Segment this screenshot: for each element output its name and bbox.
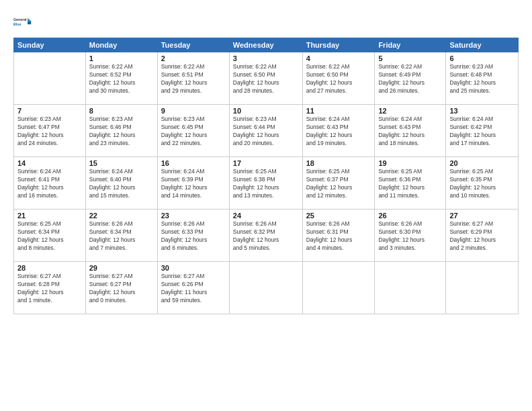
- day-number: 28: [17, 264, 82, 272]
- day-info: Sunrise: 6:23 AMSunset: 6:46 PMDaylight:…: [89, 116, 154, 148]
- day-info: Sunrise: 6:24 AMSunset: 6:40 PMDaylight:…: [89, 168, 154, 200]
- calendar-cell: [375, 262, 446, 314]
- weekday-header: Tuesday: [157, 38, 229, 52]
- calendar-cell: [229, 262, 302, 314]
- day-number: 9: [161, 107, 226, 115]
- day-number: 1: [89, 54, 154, 62]
- day-number: 13: [449, 107, 515, 115]
- calendar-cell: 17Sunrise: 6:25 AMSunset: 6:38 PMDayligh…: [229, 157, 302, 210]
- calendar-cell: 7Sunrise: 6:23 AMSunset: 6:47 PMDaylight…: [14, 105, 86, 157]
- day-number: 2: [161, 54, 226, 62]
- calendar-cell: 15Sunrise: 6:24 AMSunset: 6:40 PMDayligh…: [85, 157, 157, 210]
- day-info: Sunrise: 6:24 AMSunset: 6:43 PMDaylight:…: [306, 116, 371, 148]
- weekday-header: Thursday: [302, 38, 375, 52]
- day-number: 29: [89, 264, 154, 272]
- calendar-cell: 19Sunrise: 6:25 AMSunset: 6:36 PMDayligh…: [375, 157, 446, 210]
- calendar-cell: [14, 52, 86, 105]
- calendar-cell: 8Sunrise: 6:23 AMSunset: 6:46 PMDaylight…: [85, 105, 157, 157]
- calendar-cell: 20Sunrise: 6:25 AMSunset: 6:35 PMDayligh…: [446, 157, 519, 210]
- calendar-cell: 29Sunrise: 6:27 AMSunset: 6:27 PMDayligh…: [85, 262, 157, 314]
- calendar-cell: 23Sunrise: 6:26 AMSunset: 6:33 PMDayligh…: [157, 210, 229, 262]
- calendar-week-row: 7Sunrise: 6:23 AMSunset: 6:47 PMDaylight…: [14, 105, 519, 157]
- day-info: Sunrise: 6:25 AMSunset: 6:38 PMDaylight:…: [233, 168, 299, 200]
- day-number: 5: [378, 54, 442, 62]
- day-number: 16: [161, 159, 226, 167]
- page-header: GeneralBlue: [13, 12, 519, 31]
- calendar-cell: 6Sunrise: 6:23 AMSunset: 6:48 PMDaylight…: [446, 52, 519, 105]
- day-info: Sunrise: 6:25 AMSunset: 6:34 PMDaylight:…: [17, 220, 82, 253]
- calendar-cell: 4Sunrise: 6:22 AMSunset: 6:50 PMDaylight…: [302, 52, 375, 105]
- calendar-week-row: 14Sunrise: 6:24 AMSunset: 6:41 PMDayligh…: [14, 157, 519, 210]
- weekday-header: Saturday: [446, 38, 519, 52]
- day-info: Sunrise: 6:25 AMSunset: 6:37 PMDaylight:…: [306, 168, 371, 200]
- calendar-cell: 18Sunrise: 6:25 AMSunset: 6:37 PMDayligh…: [302, 157, 375, 210]
- day-info: Sunrise: 6:27 AMSunset: 6:27 PMDaylight:…: [89, 273, 154, 305]
- day-info: Sunrise: 6:23 AMSunset: 6:47 PMDaylight:…: [17, 116, 82, 148]
- day-info: Sunrise: 6:23 AMSunset: 6:45 PMDaylight:…: [161, 116, 226, 148]
- day-number: 26: [378, 212, 442, 220]
- calendar-cell: 10Sunrise: 6:23 AMSunset: 6:44 PMDayligh…: [229, 105, 302, 157]
- day-number: 12: [378, 107, 442, 115]
- calendar-week-row: 21Sunrise: 6:25 AMSunset: 6:34 PMDayligh…: [14, 210, 519, 262]
- day-info: Sunrise: 6:24 AMSunset: 6:41 PMDaylight:…: [17, 168, 82, 200]
- day-number: 14: [17, 159, 82, 167]
- calendar-cell: 2Sunrise: 6:22 AMSunset: 6:51 PMDaylight…: [157, 52, 229, 105]
- calendar-table: SundayMondayTuesdayWednesdayThursdayFrid…: [13, 38, 519, 314]
- weekday-header: Wednesday: [229, 38, 302, 52]
- calendar-cell: 5Sunrise: 6:22 AMSunset: 6:49 PMDaylight…: [375, 52, 446, 105]
- calendar-cell: 11Sunrise: 6:24 AMSunset: 6:43 PMDayligh…: [302, 105, 375, 157]
- day-info: Sunrise: 6:22 AMSunset: 6:51 PMDaylight:…: [161, 63, 226, 95]
- day-number: 3: [233, 54, 299, 62]
- day-info: Sunrise: 6:26 AMSunset: 6:33 PMDaylight:…: [161, 220, 226, 253]
- calendar-cell: 30Sunrise: 6:27 AMSunset: 6:26 PMDayligh…: [157, 262, 229, 314]
- calendar-cell: 14Sunrise: 6:24 AMSunset: 6:41 PMDayligh…: [14, 157, 86, 210]
- day-info: Sunrise: 6:25 AMSunset: 6:36 PMDaylight:…: [378, 168, 442, 200]
- day-number: 7: [17, 107, 82, 115]
- svg-marker-2: [28, 18, 31, 21]
- day-number: 20: [449, 159, 515, 167]
- logo-icon: GeneralBlue: [13, 12, 32, 31]
- day-info: Sunrise: 6:25 AMSunset: 6:35 PMDaylight:…: [449, 168, 515, 200]
- day-info: Sunrise: 6:26 AMSunset: 6:31 PMDaylight:…: [306, 220, 371, 253]
- day-number: 25: [306, 212, 371, 220]
- svg-marker-3: [28, 21, 31, 24]
- day-number: 10: [233, 107, 299, 115]
- calendar-cell: 9Sunrise: 6:23 AMSunset: 6:45 PMDaylight…: [157, 105, 229, 157]
- logo: GeneralBlue: [13, 12, 32, 31]
- day-info: Sunrise: 6:22 AMSunset: 6:52 PMDaylight:…: [89, 63, 154, 95]
- calendar-cell: 12Sunrise: 6:24 AMSunset: 6:43 PMDayligh…: [375, 105, 446, 157]
- day-number: 8: [89, 107, 154, 115]
- calendar-cell: 22Sunrise: 6:26 AMSunset: 6:34 PMDayligh…: [85, 210, 157, 262]
- calendar-cell: 25Sunrise: 6:26 AMSunset: 6:31 PMDayligh…: [302, 210, 375, 262]
- weekday-header-row: SundayMondayTuesdayWednesdayThursdayFrid…: [14, 38, 519, 52]
- calendar-week-row: 28Sunrise: 6:27 AMSunset: 6:28 PMDayligh…: [14, 262, 519, 314]
- calendar-cell: 26Sunrise: 6:26 AMSunset: 6:30 PMDayligh…: [375, 210, 446, 262]
- day-number: 23: [161, 212, 226, 220]
- day-number: 6: [449, 54, 515, 62]
- day-number: 24: [233, 212, 299, 220]
- svg-text:Blue: Blue: [13, 22, 21, 26]
- calendar-cell: 24Sunrise: 6:26 AMSunset: 6:32 PMDayligh…: [229, 210, 302, 262]
- day-info: Sunrise: 6:26 AMSunset: 6:34 PMDaylight:…: [89, 220, 154, 253]
- day-info: Sunrise: 6:22 AMSunset: 6:50 PMDaylight:…: [233, 63, 299, 95]
- day-info: Sunrise: 6:27 AMSunset: 6:26 PMDaylight:…: [161, 273, 226, 305]
- day-number: 27: [449, 212, 515, 220]
- day-number: 18: [306, 159, 371, 167]
- day-info: Sunrise: 6:26 AMSunset: 6:30 PMDaylight:…: [378, 220, 442, 253]
- day-info: Sunrise: 6:22 AMSunset: 6:50 PMDaylight:…: [306, 63, 371, 95]
- day-info: Sunrise: 6:24 AMSunset: 6:42 PMDaylight:…: [449, 116, 515, 148]
- day-number: 11: [306, 107, 371, 115]
- weekday-header: Sunday: [14, 38, 86, 52]
- day-number: 30: [161, 264, 226, 272]
- weekday-header: Monday: [85, 38, 157, 52]
- day-info: Sunrise: 6:22 AMSunset: 6:49 PMDaylight:…: [378, 63, 442, 95]
- calendar-cell: 28Sunrise: 6:27 AMSunset: 6:28 PMDayligh…: [14, 262, 86, 314]
- day-number: 22: [89, 212, 154, 220]
- calendar-week-row: 1Sunrise: 6:22 AMSunset: 6:52 PMDaylight…: [14, 52, 519, 105]
- calendar-cell: 27Sunrise: 6:27 AMSunset: 6:29 PMDayligh…: [446, 210, 519, 262]
- calendar-cell: 1Sunrise: 6:22 AMSunset: 6:52 PMDaylight…: [85, 52, 157, 105]
- calendar-cell: [302, 262, 375, 314]
- day-number: 19: [378, 159, 442, 167]
- day-info: Sunrise: 6:23 AMSunset: 6:44 PMDaylight:…: [233, 116, 299, 148]
- day-info: Sunrise: 6:23 AMSunset: 6:48 PMDaylight:…: [449, 63, 515, 95]
